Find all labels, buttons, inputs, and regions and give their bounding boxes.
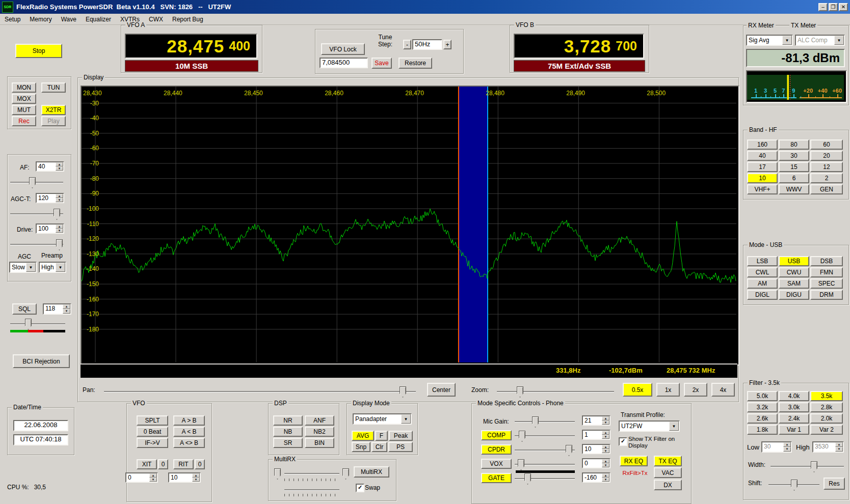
vfo-b-freq-main[interactable]: 3,728 <box>564 36 612 57</box>
menu-cwx[interactable]: CWX <box>144 16 168 23</box>
menu-equalizer[interactable]: Equalizer <box>81 16 116 23</box>
agct-spinner[interactable]: 120 ▲▼ <box>36 193 64 203</box>
agct-value[interactable]: 120 <box>37 194 56 202</box>
maximize-button[interactable]: ❐ <box>829 3 838 11</box>
xit-button[interactable]: XIT <box>137 459 157 469</box>
filter-button-2.6k[interactable]: 2.6k <box>747 413 778 424</box>
show-tx-filter-checkbox[interactable] <box>619 437 627 446</box>
mode-button-cwu[interactable]: CWU <box>779 267 809 277</box>
band-button-80[interactable]: 80 <box>779 139 809 150</box>
gate-spinner[interactable]: -160 ▲▼ <box>582 472 610 483</box>
a-swap-b-button[interactable]: A <> B <box>173 438 205 448</box>
rx-meter-select[interactable]: Sig Avg ▼ <box>746 35 793 46</box>
tx-meter-selected[interactable]: ALC Comp <box>796 36 834 45</box>
xit-spinner[interactable]: 0 ▲▼ <box>125 472 158 483</box>
rit-zero-button[interactable]: 0 <box>195 459 205 469</box>
multirx-button[interactable]: MultiRX <box>354 466 389 478</box>
af-spinner[interactable]: 40 ▲▼ <box>36 161 64 172</box>
vfo-a-freq-main[interactable]: 28,475 <box>167 36 224 57</box>
filter-button-2.8k[interactable]: 2.8k <box>810 402 843 412</box>
display-mode-select[interactable]: Panadapter ▼ <box>353 413 412 425</box>
drive-spinner-arrows[interactable]: ▲▼ <box>56 225 63 233</box>
zoom-2x-button[interactable]: 2x <box>684 383 707 397</box>
play-button[interactable]: Play <box>41 116 66 126</box>
transmit-profile-select[interactable]: UT2FW ▼ <box>619 421 680 432</box>
mode-button-fmn[interactable]: FMN <box>810 267 843 277</box>
peak-button[interactable]: Peak <box>389 431 413 441</box>
transmit-profile-dropdown-arrow[interactable]: ▼ <box>669 422 679 431</box>
band-button-10[interactable]: 10 <box>747 173 778 183</box>
xit-value[interactable]: 0 <box>126 473 149 482</box>
vox-button[interactable]: VOX <box>481 459 512 469</box>
menu-wave[interactable]: Wave <box>57 16 81 23</box>
anf-button[interactable]: ANF <box>305 415 334 426</box>
pan-slider-track[interactable] <box>104 391 416 393</box>
gate-slider-track[interactable] <box>515 478 575 480</box>
band-button-40[interactable]: 40 <box>747 151 778 161</box>
mode-button-lsb[interactable]: LSB <box>747 256 778 266</box>
filter-button-4k[interactable]: 4.0k <box>779 391 809 401</box>
zoom-0.5x-button[interactable]: 0.5x <box>623 383 652 397</box>
band-button-6[interactable]: 6 <box>779 173 809 183</box>
band-button-gen[interactable]: GEN <box>810 184 843 194</box>
stop-button[interactable]: Stop <box>15 44 62 58</box>
restore-button[interactable]: Restore <box>399 58 432 69</box>
panadapter-display[interactable]: 28,43028,44028,45028,46028,47028,48028,4… <box>81 86 739 366</box>
filter-button-var2[interactable]: Var 2 <box>810 425 843 435</box>
menu-setup[interactable]: Setup <box>0 16 25 23</box>
preamp-select[interactable]: High ▼ <box>39 262 66 273</box>
bin-button[interactable]: BIN <box>305 438 334 448</box>
filter-width-slider-track[interactable] <box>771 466 844 467</box>
rit-value[interactable]: 10 <box>169 473 192 482</box>
vox-spinner[interactable]: 0 ▲▼ <box>582 458 610 468</box>
comp-button[interactable]: COMP <box>481 430 512 440</box>
vox-arrows[interactable]: ▲▼ <box>602 459 609 467</box>
mic-gain-spinner[interactable]: 21 ▲▼ <box>582 415 610 426</box>
gate-arrows[interactable]: ▲▼ <box>602 473 609 482</box>
b-to-a-button[interactable]: A < B <box>173 427 205 437</box>
filter-button-5k[interactable]: 5.0k <box>747 391 778 401</box>
swap-checkbox[interactable] <box>356 484 364 492</box>
rit-spinner[interactable]: 10 ▲▼ <box>168 472 201 483</box>
band-button-160[interactable]: 160 <box>747 139 778 150</box>
tx-meter-dropdown-arrow[interactable]: ▼ <box>834 36 844 45</box>
mut-button[interactable]: MUT <box>12 105 36 115</box>
band-button-17[interactable]: 17 <box>747 162 778 172</box>
rxfilt-to-tx-button[interactable]: RxFilt>Tx <box>619 468 651 478</box>
mode-button-drm[interactable]: DRM <box>810 290 843 300</box>
rx-eq-button[interactable]: RX EQ <box>620 456 648 466</box>
band-button-30[interactable]: 30 <box>779 151 809 161</box>
multirx-pan-track[interactable] <box>284 473 339 474</box>
agc-dropdown-arrow[interactable]: ▼ <box>26 263 36 272</box>
agc-select[interactable]: Slow ▼ <box>9 262 37 273</box>
filter-button-3k[interactable]: 3.0k <box>779 402 809 412</box>
drive-value[interactable]: 100 <box>37 225 56 233</box>
cpdr-spinner[interactable]: 10 ▲▼ <box>582 444 610 454</box>
comp-arrows[interactable]: ▲▼ <box>602 431 609 439</box>
tune-step-plus-button[interactable]: + <box>443 40 451 49</box>
save-button[interactable]: Save <box>371 58 392 69</box>
menu-memory[interactable]: Memory <box>25 16 56 23</box>
band-button-15[interactable]: 15 <box>779 162 809 172</box>
mon-button[interactable]: MON <box>12 82 36 93</box>
band-button-12[interactable]: 12 <box>810 162 843 172</box>
bci-rejection-button[interactable]: BCI Rejection <box>13 354 70 368</box>
filter-high-arrows[interactable]: ▲▼ <box>835 442 843 452</box>
sql-button[interactable]: SQL <box>12 303 37 315</box>
display-mode-selected[interactable]: Panadapter <box>354 414 401 424</box>
mic-gain-slider-track[interactable] <box>515 421 575 423</box>
af-spinner-arrows[interactable]: ▲▼ <box>56 162 63 171</box>
mode-button-sam[interactable]: SAM <box>779 278 809 289</box>
agct-spinner-arrows[interactable]: ▲▼ <box>56 194 63 202</box>
x2tr-button[interactable]: X2TR <box>41 105 66 115</box>
cpdr-arrows[interactable]: ▲▼ <box>602 445 609 453</box>
mode-button-digl[interactable]: DIGL <box>747 290 778 300</box>
zoom-4x-button[interactable]: 4x <box>711 383 735 397</box>
agc-selected-value[interactable]: Slow <box>10 263 26 272</box>
mic-gain-arrows[interactable]: ▲▼ <box>602 416 609 425</box>
center-button[interactable]: Center <box>427 383 456 397</box>
comp-spinner[interactable]: 1 ▲▼ <box>582 430 610 440</box>
band-button-2[interactable]: 2 <box>810 173 843 183</box>
nr-button[interactable]: NR <box>273 415 303 426</box>
sr-button[interactable]: SR <box>273 438 303 448</box>
